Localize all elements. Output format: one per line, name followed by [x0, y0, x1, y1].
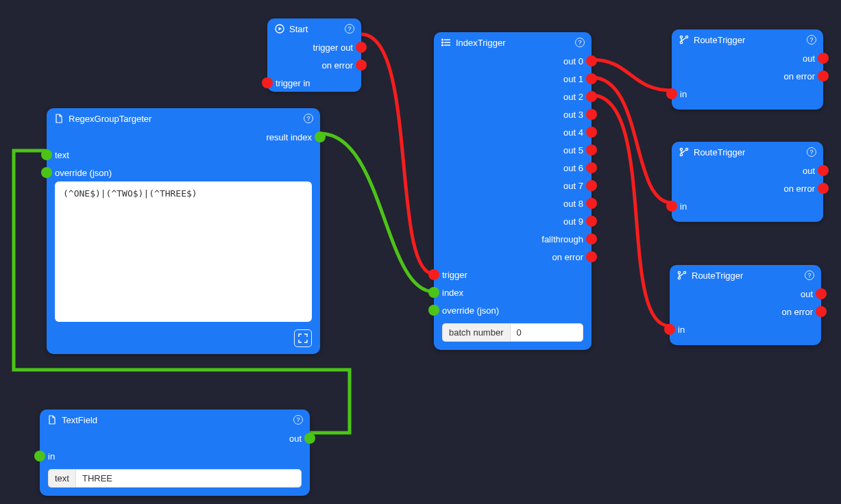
port-dot[interactable]: [262, 77, 273, 88]
node-header[interactable]: RegexGroupTargeter ?: [47, 108, 320, 128]
port-dot[interactable]: [34, 451, 45, 462]
node-title: Start: [289, 24, 345, 34]
port-out-0[interactable]: out 0: [434, 52, 592, 70]
port-dot[interactable]: [586, 198, 597, 209]
port-dot[interactable]: [816, 288, 827, 299]
help-icon[interactable]: ?: [293, 415, 303, 425]
port-dot[interactable]: [428, 287, 439, 298]
help-icon[interactable]: ?: [807, 35, 816, 45]
port-trigger-out[interactable]: trigger out: [267, 38, 361, 56]
port-dot[interactable]: [428, 269, 439, 280]
port-out-6[interactable]: out 6: [434, 159, 592, 177]
node-start[interactable]: Start ? trigger out on error trigger in: [267, 18, 361, 92]
port-out-3[interactable]: out 3: [434, 105, 592, 123]
port-dot[interactable]: [356, 42, 367, 53]
svg-marker-1: [279, 27, 282, 31]
port-dot[interactable]: [664, 324, 675, 335]
help-icon[interactable]: ?: [575, 38, 585, 47]
port-out-2[interactable]: out 2: [434, 88, 592, 105]
node-header[interactable]: RouteTrigger ?: [672, 142, 823, 162]
port-on-error[interactable]: on error: [672, 67, 823, 85]
port-dot[interactable]: [586, 144, 597, 155]
port-dot[interactable]: [666, 88, 677, 99]
graph-canvas[interactable]: Start ? trigger out on error trigger in …: [0, 0, 841, 504]
port-dot[interactable]: [586, 73, 597, 84]
port-dot[interactable]: [41, 149, 52, 160]
port-out-5[interactable]: out 5: [434, 141, 592, 159]
port-out[interactable]: out: [40, 429, 310, 447]
port-on-error[interactable]: on error: [434, 248, 592, 266]
expand-icon[interactable]: [294, 329, 312, 347]
port-in[interactable]: in: [672, 85, 823, 103]
node-index-trigger[interactable]: IndexTrigger ? out 0 out 1 out 2 out 3 o…: [434, 32, 592, 350]
port-override-json[interactable]: override (json): [434, 301, 592, 319]
port-dot[interactable]: [586, 162, 597, 173]
port-fallthrough[interactable]: fallthrough: [434, 230, 592, 248]
text-value-input[interactable]: [75, 469, 302, 488]
port-trigger-in[interactable]: trigger in: [267, 74, 361, 92]
node-text-field[interactable]: TextField ? out in text: [40, 410, 310, 496]
node-header[interactable]: RouteTrigger ?: [672, 29, 823, 49]
help-icon[interactable]: ?: [807, 147, 816, 157]
port-dot[interactable]: [586, 127, 597, 138]
port-dot[interactable]: [816, 306, 827, 317]
batch-number-input[interactable]: [510, 323, 584, 342]
port-index[interactable]: index: [434, 284, 592, 301]
port-dot[interactable]: [586, 91, 597, 102]
port-in[interactable]: in: [670, 320, 821, 338]
list-icon: [441, 37, 452, 48]
port-dot[interactable]: [818, 165, 829, 176]
port-dot[interactable]: [586, 109, 597, 120]
port-dot[interactable]: [818, 183, 829, 194]
file-icon: [53, 113, 64, 124]
port-dot[interactable]: [666, 201, 677, 212]
help-icon[interactable]: ?: [304, 114, 313, 123]
svg-point-12: [680, 153, 682, 155]
port-out-9[interactable]: out 9: [434, 212, 592, 230]
node-route-trigger-3[interactable]: RouteTrigger ? out on error in: [670, 265, 821, 345]
port-dot[interactable]: [818, 71, 829, 81]
node-title: RouteTrigger: [694, 147, 807, 158]
port-out[interactable]: out: [670, 285, 821, 303]
port-out-4[interactable]: out 4: [434, 123, 592, 141]
port-dot[interactable]: [586, 234, 597, 244]
node-route-trigger-2[interactable]: RouteTrigger ? out on error in: [672, 142, 823, 222]
regex-pattern-input[interactable]: [55, 181, 312, 322]
port-dot[interactable]: [586, 216, 597, 227]
help-icon[interactable]: ?: [345, 24, 354, 34]
node-title: TextField: [62, 415, 293, 425]
port-dot[interactable]: [586, 180, 597, 191]
node-header[interactable]: IndexTrigger ?: [434, 32, 592, 52]
node-regex-group-targeter[interactable]: RegexGroupTargeter ? result index text o…: [47, 108, 320, 354]
port-override-json[interactable]: override (json): [47, 164, 320, 181]
port-dot[interactable]: [428, 305, 439, 316]
port-out-7[interactable]: out 7: [434, 177, 592, 194]
port-out-8[interactable]: out 8: [434, 194, 592, 212]
node-header[interactable]: Start ?: [267, 18, 361, 38]
port-result-index[interactable]: result index: [47, 128, 320, 146]
node-title: RouteTrigger: [694, 35, 807, 45]
port-trigger[interactable]: trigger: [434, 266, 592, 284]
port-on-error[interactable]: on error: [672, 179, 823, 197]
port-out[interactable]: out: [672, 162, 823, 179]
node-header[interactable]: RouteTrigger ?: [670, 265, 821, 285]
port-on-error[interactable]: on error: [267, 56, 361, 74]
port-in[interactable]: in: [672, 197, 823, 215]
node-header[interactable]: TextField ?: [40, 410, 310, 429]
port-dot[interactable]: [586, 251, 597, 262]
port-dot[interactable]: [818, 53, 829, 64]
port-dot[interactable]: [356, 60, 367, 71]
port-dot[interactable]: [41, 167, 52, 178]
node-route-trigger-1[interactable]: RouteTrigger ? out on error in: [672, 29, 823, 110]
help-icon[interactable]: ?: [805, 270, 814, 280]
svg-point-13: [685, 148, 687, 150]
port-text[interactable]: text: [47, 146, 320, 164]
node-title: RouteTrigger: [692, 270, 805, 281]
port-in[interactable]: in: [40, 447, 310, 465]
port-dot[interactable]: [304, 433, 315, 444]
port-out-1[interactable]: out 1: [434, 70, 592, 88]
port-dot[interactable]: [586, 55, 597, 66]
port-on-error[interactable]: on error: [670, 303, 821, 320]
port-dot[interactable]: [315, 131, 326, 142]
port-out[interactable]: out: [672, 49, 823, 67]
